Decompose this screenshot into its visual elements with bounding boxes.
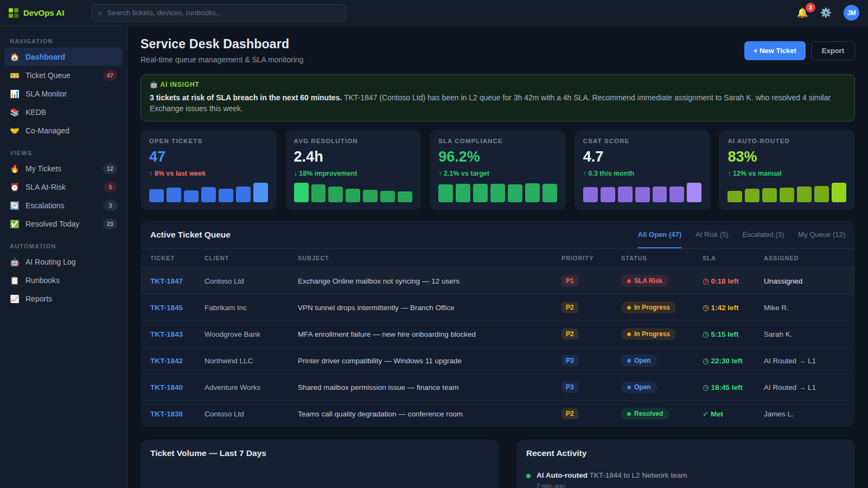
ticket-id-link[interactable]: TKT-1840 <box>150 383 183 391</box>
global-search[interactable]: ⌕ <box>91 4 346 22</box>
kpi-sparkline <box>583 183 702 202</box>
sidebar-item-runbooks[interactable]: 📋 Runbooks <box>4 271 123 290</box>
table-row[interactable]: TKT-1843 Woodgrove Bank MFA enrollment f… <box>141 321 855 348</box>
sla-cell: ◷ 0:18 left <box>703 268 764 294</box>
ticket-id-link[interactable]: TKT-1842 <box>150 357 183 365</box>
sidebar-item-reports[interactable]: 📈 Reports <box>4 290 123 308</box>
sidebar-item-resolved-today[interactable]: ✅ Resolved Today 23 <box>4 215 123 233</box>
books-icon: 📚 <box>10 108 20 117</box>
sla-cell: ◷ 22:30 left <box>703 348 764 374</box>
kpi-label: AI AUTO-ROUTED <box>727 138 846 144</box>
activity-item: AI Auto-routed TKT-1844 to L2 Network te… <box>526 466 845 488</box>
priority-badge: P3 <box>561 382 578 393</box>
sidebar-item-dashboard[interactable]: 🏠 Dashboard <box>4 48 123 66</box>
ticket-id-link[interactable]: TKT-1838 <box>150 410 183 418</box>
sla-at-risk-count-badge: 5 <box>104 182 117 192</box>
sidebar-item-label: AI Routing Log <box>25 258 76 266</box>
ticket-table: TICKET CLIENT SUBJECT PRIORITY STATUS SL… <box>141 249 855 427</box>
status-dot <box>627 359 631 363</box>
sidebar-item-ticket-queue[interactable]: 🎫 Ticket Queue 47 <box>4 66 123 85</box>
active-ticket-queue-card: Active Ticket Queue All Open (47) At Ris… <box>141 221 855 427</box>
status-badge: Resolved <box>621 408 669 420</box>
gear-icon: ⚙️ <box>820 8 832 18</box>
search-input[interactable] <box>107 9 339 17</box>
new-ticket-button[interactable]: + New Ticket <box>744 41 806 60</box>
column-header-assigned: ASSIGNED <box>764 249 855 268</box>
ai-insight-banner: 🤖 AI INSIGHT 3 tickets at risk of SLA br… <box>141 74 855 121</box>
notifications-button[interactable]: 🔔 3 <box>797 7 808 18</box>
sidebar-item-kedb[interactable]: 📚 KEDB <box>4 103 123 121</box>
priority-badge: P1 <box>561 275 578 286</box>
sidebar-item-label: Dashboard <box>25 53 65 61</box>
sidebar-item-label: Co-Managed <box>25 126 69 135</box>
activity-time: 2 min ago <box>537 483 687 488</box>
app-logo[interactable]: DevOps AI <box>9 8 64 18</box>
page-subtitle: Real-time queue management & SLA monitor… <box>141 55 303 64</box>
sla-cell: ◷ 18:45 left <box>703 374 764 401</box>
kpi-sparkline <box>294 183 413 202</box>
client-cell: Woodgrove Bank <box>205 321 298 348</box>
tab-at-risk[interactable]: At Risk (5) <box>695 221 729 248</box>
table-row[interactable]: TKT-1847 Contoso Ltd Exchange Online mai… <box>141 268 855 294</box>
stopwatch-icon: ◷ <box>703 357 709 365</box>
table-row[interactable]: TKT-1840 Adventure Works Shared mailbox … <box>141 374 855 401</box>
sidebar-item-ai-routing-log[interactable]: 🤖 AI Routing Log <box>4 253 123 271</box>
kpi-row: OPEN TICKETS 47 ↑ 8% vs last week AVG RE… <box>141 130 855 210</box>
kpi-delta: ↑ 2.1% vs target <box>438 170 557 177</box>
stopwatch-icon: ◷ <box>703 330 709 338</box>
sidebar-item-my-tickets[interactable]: 🔥 My Tickets 12 <box>4 159 123 178</box>
robot-icon: 🤖 <box>150 81 158 88</box>
status-badge: In Progress <box>621 328 676 340</box>
chart-title: Ticket Volume — Last 7 Days <box>150 448 489 458</box>
settings-button[interactable]: ⚙️ <box>820 7 832 18</box>
kpi-sparkline <box>438 183 557 202</box>
status-badge: SLA Risk <box>621 275 668 287</box>
kpi-value: 96.2% <box>438 149 557 165</box>
column-header-priority: PRIORITY <box>561 249 621 268</box>
table-row[interactable]: TKT-1842 Northwind LLC Printer driver co… <box>141 348 855 374</box>
chart-up-icon: 📈 <box>10 294 20 303</box>
ai-insight-text: 3 tickets at risk of SLA breach in the n… <box>150 93 846 114</box>
robot-icon: 🤖 <box>10 258 20 266</box>
sidebar-item-co-managed[interactable]: 🤝 Co-Managed <box>4 121 123 140</box>
kpi-delta: ↓ 18% improvement <box>294 170 413 177</box>
kpi-label: CSAT SCORE <box>583 138 702 144</box>
export-button[interactable]: Export <box>811 41 855 60</box>
handshake-icon: 🤝 <box>10 126 20 135</box>
sidebar-section-views: VIEWS <box>4 145 123 159</box>
ticket-id-link[interactable]: TKT-1845 <box>150 304 183 312</box>
sidebar-item-escalations[interactable]: 🔄 Escalations 3 <box>4 196 123 215</box>
sidebar-section-navigation: NAVIGATION <box>4 34 123 48</box>
kpi-sparkline <box>149 183 268 202</box>
kpi-value: 2.4h <box>294 149 413 165</box>
tab-all-open[interactable]: All Open (47) <box>638 221 681 248</box>
column-header-client: CLIENT <box>205 249 298 268</box>
kpi-label: AVG RESOLUTION <box>294 138 413 144</box>
priority-badge: P2 <box>561 329 578 339</box>
stopwatch-icon: ◷ <box>703 304 709 312</box>
table-row[interactable]: TKT-1845 Fabrikam Inc VPN tunnel drops i… <box>141 294 855 321</box>
assigned-cell: AI Routed → L1 <box>764 374 855 401</box>
logo-grid-icon <box>9 8 18 18</box>
tab-escalated[interactable]: Escalated (3) <box>743 221 784 248</box>
ticket-id-link[interactable]: TKT-1847 <box>150 277 183 285</box>
ticket-id-link[interactable]: TKT-1843 <box>150 330 183 338</box>
sidebar-item-sla-monitor[interactable]: 📊 SLA Monitor <box>4 85 123 103</box>
tab-my-queue[interactable]: My Queue (12) <box>798 221 845 248</box>
user-avatar[interactable]: JM <box>844 5 859 21</box>
column-header-sla: SLA <box>703 249 764 268</box>
subject-cell: MFA enrollment failure — new hire onboar… <box>298 321 561 348</box>
resolved-today-count-badge: 23 <box>103 219 117 229</box>
assigned-cell: Mike R. <box>764 294 855 321</box>
alarm-clock-icon: ⏰ <box>10 183 20 191</box>
table-row[interactable]: TKT-1838 Contoso Ltd Teams call quality … <box>141 401 855 427</box>
client-cell: Fabrikam Inc <box>205 294 298 321</box>
kpi-card-sla-compliance: SLA COMPLIANCE 96.2% ↑ 2.1% vs target <box>430 130 566 210</box>
sidebar-item-sla-at-risk[interactable]: ⏰ SLA At-Risk 5 <box>4 178 123 196</box>
main-content: Service Desk Dashboard Real-time queue m… <box>127 26 868 488</box>
status-dot <box>627 306 631 310</box>
client-cell: Adventure Works <box>205 374 298 401</box>
activity-dot-green <box>526 474 531 478</box>
ai-insight-bold-text: 3 tickets at risk of SLA breach in the n… <box>150 93 342 102</box>
my-tickets-count-badge: 12 <box>103 163 117 174</box>
